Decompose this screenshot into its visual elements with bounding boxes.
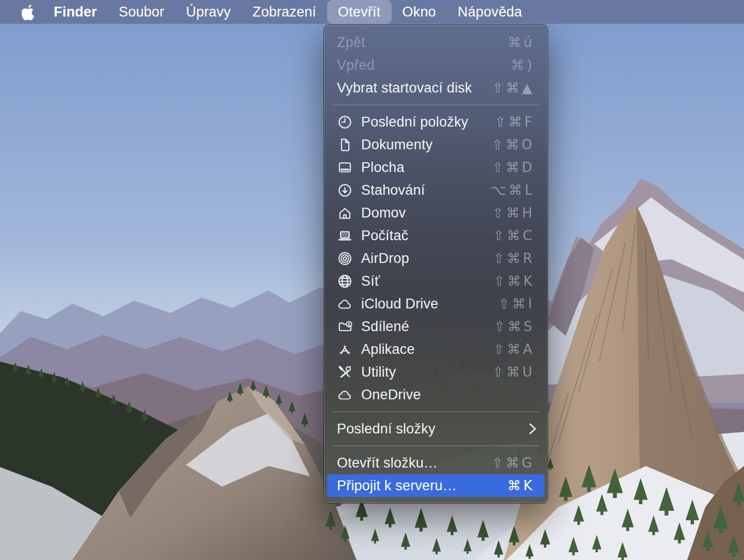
menu-item-sdilene[interactable]: Sdílené ⇧⌘S bbox=[324, 315, 548, 338]
menu-item-vpred: Vpřed ⌘) bbox=[324, 54, 548, 76]
menu-item-utility[interactable]: Utility ⇧⌘U bbox=[324, 361, 548, 383]
shortcut: ⇧⌘S bbox=[494, 319, 535, 334]
menubar-item-finder[interactable]: Finder bbox=[43, 0, 108, 24]
submenu-chevron-icon bbox=[529, 422, 537, 435]
shortcut: ⇧⌘D bbox=[492, 160, 535, 175]
menubar-item-zobrazeni[interactable]: Zobrazení bbox=[242, 0, 327, 24]
utilities-icon bbox=[336, 363, 353, 381]
document-icon bbox=[336, 136, 353, 153]
apple-icon[interactable] bbox=[22, 4, 36, 20]
menubar-item-okno[interactable]: Okno bbox=[392, 0, 447, 24]
menu-item-pocitac[interactable]: Počítač ⇧⌘C bbox=[324, 224, 548, 247]
shortcut: ⇧⌘A bbox=[493, 341, 535, 357]
shortcut: ⇧⌘▲ bbox=[492, 80, 535, 96]
menu-item-domov[interactable]: Domov ⇧⌘H bbox=[324, 201, 548, 224]
menu-separator bbox=[332, 445, 539, 446]
menubar-item-upravy[interactable]: Úpravy bbox=[175, 0, 242, 24]
shortcut: ⇧⌘K bbox=[493, 273, 535, 289]
shortcut: ⌘) bbox=[511, 57, 535, 73]
network-globe-icon bbox=[336, 272, 353, 290]
shortcut: ⇧⌘G bbox=[492, 455, 535, 471]
menu-item-dokumenty[interactable]: Dokumenty ⇧⌘O bbox=[324, 133, 548, 156]
menu-separator bbox=[332, 104, 539, 105]
shortcut: ⇧⌘F bbox=[494, 114, 535, 130]
onedrive-icon bbox=[336, 386, 353, 403]
desktop-icon bbox=[336, 159, 353, 176]
shortcut: ⇧⌘O bbox=[492, 137, 535, 152]
shortcut: ⌥⌘L bbox=[491, 182, 535, 198]
menu-item-posledni-polozky[interactable]: Poslední položky ⇧⌘F bbox=[324, 111, 548, 133]
menu-item-plocha[interactable]: Plocha ⇧⌘D bbox=[324, 156, 548, 179]
shared-folder-icon bbox=[336, 318, 353, 335]
menu-item-pripojit-k-serveru[interactable]: Připojit k serveru… ⌘K bbox=[327, 474, 545, 497]
menu-separator bbox=[332, 411, 539, 412]
shortcut: ⌘K bbox=[507, 478, 535, 493]
menubar-item-soubor[interactable]: Soubor bbox=[108, 0, 175, 24]
menu-item-otevrit-slozku[interactable]: Otevřít složku… ⇧⌘G bbox=[324, 452, 548, 474]
menubar-item-napoveda[interactable]: Nápověda bbox=[447, 0, 533, 24]
menu-item-airdrop[interactable]: AirDrop ⇧⌘R bbox=[324, 247, 548, 270]
go-menu-dropdown: Zpět ⌘ú Vpřed ⌘) Vybrat startovací disk … bbox=[324, 25, 548, 503]
menu-item-stahovani[interactable]: Stahování ⌥⌘L bbox=[324, 179, 548, 201]
clock-icon bbox=[336, 113, 353, 131]
download-icon bbox=[336, 181, 353, 199]
menu-item-onedrive[interactable]: OneDrive bbox=[324, 383, 548, 406]
desktop: Finder Soubor Úpravy Zobrazení Otevřít O… bbox=[0, 0, 744, 560]
computer-icon bbox=[336, 227, 353, 244]
menu-item-sit[interactable]: Síť ⇧⌘K bbox=[324, 270, 548, 292]
shortcut: ⇧⌘U bbox=[492, 364, 535, 380]
icloud-icon bbox=[336, 295, 353, 313]
menu-bar: Finder Soubor Úpravy Zobrazení Otevřít O… bbox=[0, 0, 744, 24]
menu-item-posledni-slozky[interactable]: Poslední složky bbox=[324, 417, 548, 440]
appstore-icon bbox=[336, 340, 353, 358]
menu-item-aplikace[interactable]: Aplikace ⇧⌘A bbox=[324, 338, 548, 361]
shortcut: ⇧⌘I bbox=[499, 296, 535, 312]
shortcut: ⇧⌘R bbox=[493, 251, 535, 266]
shortcut: ⇧⌘H bbox=[492, 205, 535, 221]
home-icon bbox=[336, 204, 353, 222]
airdrop-icon bbox=[336, 250, 353, 267]
menubar-item-otevrit[interactable]: Otevřít bbox=[327, 0, 391, 24]
menu-item-icloud-drive[interactable]: iCloud Drive ⇧⌘I bbox=[324, 292, 548, 315]
shortcut: ⌘ú bbox=[508, 35, 535, 50]
menu-item-vybrat-startovaci-disk[interactable]: Vybrat startovací disk ⇧⌘▲ bbox=[324, 76, 548, 99]
menu-item-zpet: Zpět ⌘ú bbox=[324, 31, 548, 54]
shortcut: ⇧⌘C bbox=[493, 228, 535, 243]
